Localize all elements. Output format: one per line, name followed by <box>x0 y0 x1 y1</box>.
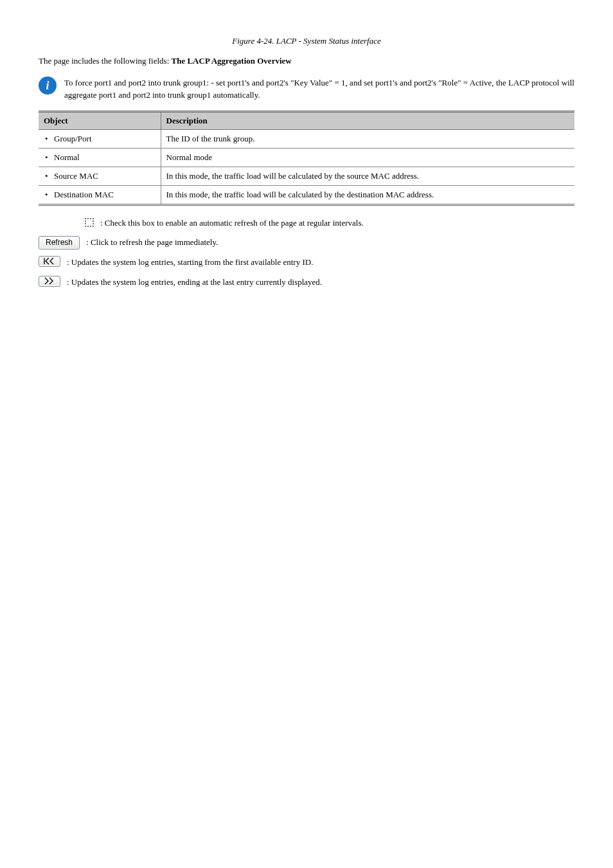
figure-caption: Figure 4-24. LACP - System Status interf… <box>39 36 574 46</box>
info-icon: i <box>39 77 57 95</box>
note-block: i To force port1 and port2 into trunk gr… <box>39 77 574 102</box>
next-description: : Updates the system log entries, ending… <box>67 276 574 289</box>
cell-object: Destination MAC <box>39 186 161 205</box>
first-description: : Updates the system log entries, starti… <box>67 257 574 269</box>
cell-description: Normal mode <box>161 148 574 167</box>
refresh-description: : Click to refresh the page immediately. <box>86 237 574 249</box>
table-row: Destination MAC In this mode, the traffi… <box>39 186 574 205</box>
table-header-object: Object <box>39 111 161 129</box>
control-first: : Updates the system log entries, starti… <box>39 256 574 269</box>
intro-paragraph: The page includes the following fields: … <box>39 55 574 68</box>
table-row: Source MAC In this mode, the traffic loa… <box>39 167 574 185</box>
refresh-button[interactable]: Refresh <box>39 236 80 249</box>
cell-object: Normal <box>39 148 161 167</box>
intro-text: The page includes the following fields: <box>39 56 172 66</box>
first-entries-button[interactable] <box>39 256 60 267</box>
table-header-description: Description <box>161 111 574 129</box>
cell-description: In this mode, the traffic load will be c… <box>161 167 574 185</box>
cell-object: Source MAC <box>39 167 161 185</box>
cell-description: In this mode, the traffic load will be c… <box>161 186 574 205</box>
cell-object: Group/Port <box>39 129 161 148</box>
control-next: : Updates the system log entries, ending… <box>39 276 574 289</box>
autorefresh-checkbox-icon[interactable] <box>85 218 94 227</box>
cell-description: The ID of the trunk group. <box>161 129 574 148</box>
control-refresh: Refresh : Click to refresh the page imme… <box>39 236 574 249</box>
autorefresh-description: : Check this box to enable an automatic … <box>100 217 574 230</box>
next-entries-button[interactable] <box>39 276 60 287</box>
note-text: To force port1 and port2 into trunk grou… <box>64 77 574 102</box>
table-row: Normal Normal mode <box>39 148 574 167</box>
control-autorefresh: : Check this box to enable an automatic … <box>39 217 574 230</box>
intro-bold: The LACP Aggregation Overview <box>172 56 292 66</box>
fields-table: Object Description Group/Port The ID of … <box>39 111 574 206</box>
table-row: Group/Port The ID of the trunk group. <box>39 129 574 148</box>
